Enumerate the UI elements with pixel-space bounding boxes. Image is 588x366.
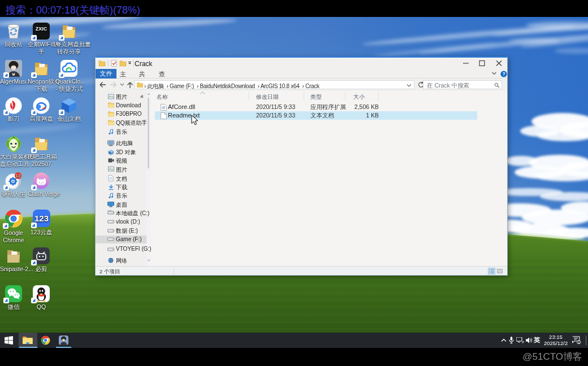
svg-text:ZXIC: ZXIC	[36, 26, 47, 32]
svg-text:1: 1	[578, 340, 580, 344]
svg-text:?: ?	[502, 71, 505, 77]
svg-text:12: 12	[16, 173, 21, 178]
svg-text:123: 123	[34, 213, 48, 223]
